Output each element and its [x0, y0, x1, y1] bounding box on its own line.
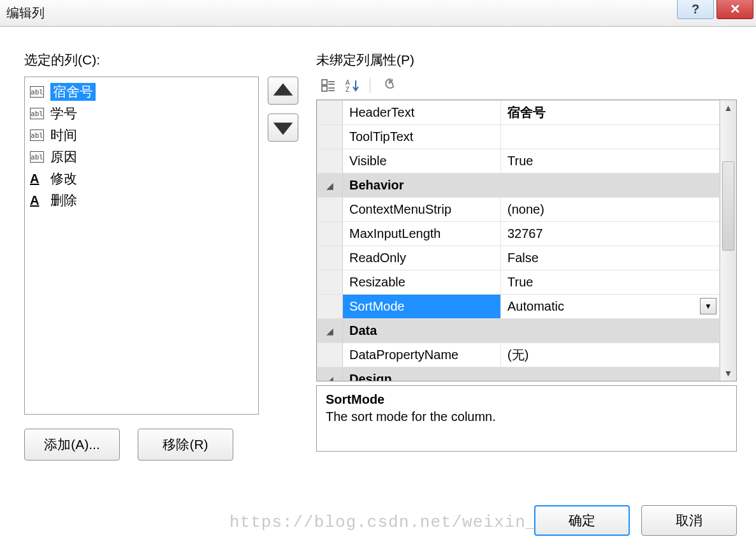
move-up-button[interactable]	[268, 77, 298, 105]
scroll-thumb[interactable]	[722, 161, 734, 251]
property-name[interactable]: ReadOnly	[343, 246, 501, 270]
add-button[interactable]: 添加(A)...	[24, 429, 120, 461]
list-item-label: 原因	[50, 148, 77, 166]
propertygrid-toolbar: AZ	[316, 77, 737, 94]
property-name[interactable]: MaxInputLength	[343, 222, 501, 246]
list-item[interactable]: abl学号	[27, 103, 256, 124]
list-item[interactable]: abl宿舍号	[27, 81, 256, 103]
property-value[interactable]: Automatic▼	[501, 295, 720, 319]
property-row-gutter	[317, 198, 343, 222]
svg-text:Z: Z	[345, 86, 349, 93]
property-row[interactable]: SortModeAutomatic▼	[317, 295, 720, 319]
property-name[interactable]: HeaderText	[343, 101, 501, 125]
property-row-gutter	[317, 222, 343, 246]
property-row-gutter	[317, 295, 343, 319]
property-value[interactable]	[501, 125, 720, 149]
list-item-label: 时间	[50, 126, 77, 144]
list-item-label: 删除	[50, 191, 77, 209]
svg-rect-0	[322, 80, 327, 85]
property-row[interactable]: ToolTipText	[317, 125, 720, 149]
property-description-pane: SortMode The sort mode for the column.	[316, 385, 737, 452]
list-item[interactable]: A修改	[27, 168, 256, 189]
property-pages-icon[interactable]	[378, 77, 397, 94]
list-item[interactable]: A删除	[27, 189, 256, 211]
property-row[interactable]: ReadOnlyFalse	[317, 246, 720, 270]
property-description-title: SortMode	[326, 392, 727, 407]
property-grid[interactable]: HeaderText宿舍号ToolTipTextVisibleTrue◢Beha…	[317, 100, 720, 381]
property-name[interactable]: Visible	[343, 149, 501, 173]
close-button[interactable]: ✕	[716, 0, 753, 19]
property-value[interactable]: True	[501, 149, 720, 173]
property-row[interactable]: ◢Data	[317, 319, 720, 343]
property-value[interactable]: False	[501, 246, 720, 270]
ok-button[interactable]: 确定	[534, 505, 630, 536]
property-row[interactable]: ResizableTrue	[317, 270, 720, 295]
property-name[interactable]: Resizable	[343, 270, 501, 295]
property-value[interactable]: (none)	[501, 198, 720, 222]
cancel-button[interactable]: 取消	[641, 505, 737, 536]
remove-button[interactable]: 移除(R)	[138, 429, 233, 461]
property-row[interactable]: VisibleTrue	[317, 149, 720, 173]
list-item-label: 修改	[50, 170, 77, 188]
category-expander-icon[interactable]: ◢	[317, 367, 343, 381]
list-item[interactable]: abl原因	[27, 146, 256, 168]
textbox-column-icon: abl	[30, 108, 44, 119]
window-title: 编辑列	[6, 4, 45, 22]
svg-rect-1	[322, 86, 327, 91]
list-item[interactable]: abl时间	[27, 124, 256, 146]
category-expander-icon[interactable]: ◢	[317, 319, 343, 343]
category-expander-icon[interactable]: ◢	[317, 173, 343, 198]
textbox-column-icon: abl	[30, 151, 44, 163]
property-row[interactable]: ◢Design	[317, 367, 720, 381]
property-name[interactable]: ContextMenuStrip	[343, 198, 501, 222]
scroll-up-icon[interactable]: ▲	[720, 100, 736, 115]
property-value[interactable]: (无)	[501, 343, 720, 367]
property-row[interactable]: DataPropertyName(无)	[317, 343, 720, 367]
property-name[interactable]: ToolTipText	[343, 125, 501, 149]
property-name[interactable]: DataPropertyName	[343, 343, 501, 367]
property-category[interactable]: Data	[343, 319, 720, 343]
categorized-icon[interactable]	[319, 77, 338, 94]
property-name[interactable]: SortMode	[343, 295, 501, 319]
property-value[interactable]: 32767	[501, 222, 720, 246]
titlebar: 编辑列 ? ✕	[0, 0, 756, 27]
list-item-label: 宿舍号	[50, 83, 96, 101]
property-row[interactable]: ContextMenuStrip(none)	[317, 198, 720, 222]
property-row[interactable]: MaxInputLength32767	[317, 222, 720, 246]
property-category[interactable]: Behavior	[343, 173, 720, 198]
dropdown-caret-icon[interactable]: ▼	[700, 298, 716, 314]
property-value[interactable]: 宿舍号	[501, 101, 720, 125]
property-row-gutter	[317, 149, 343, 173]
textbox-column-icon: abl	[30, 86, 44, 98]
property-row-gutter	[317, 125, 343, 149]
alphabetical-icon[interactable]: AZ	[343, 77, 362, 94]
property-row[interactable]: ◢Behavior	[317, 173, 720, 198]
svg-text:A: A	[345, 79, 350, 86]
property-row-gutter	[317, 246, 343, 270]
propertygrid-scrollbar[interactable]: ▲ ▼	[720, 100, 736, 381]
link-column-icon: A	[30, 193, 44, 208]
property-description-text: The sort mode for the column.	[326, 410, 727, 424]
property-row[interactable]: HeaderText宿舍号	[317, 101, 720, 125]
link-column-icon: A	[30, 172, 44, 186]
move-down-button[interactable]	[268, 114, 298, 142]
textbox-column-icon: abl	[30, 129, 44, 141]
scroll-down-icon[interactable]: ▼	[720, 365, 736, 381]
help-button[interactable]: ?	[677, 0, 714, 19]
property-row-gutter	[317, 101, 343, 125]
property-row-gutter	[317, 270, 343, 295]
columns-listbox[interactable]: abl宿舍号abl学号abl时间abl原因A修改A删除	[24, 77, 259, 415]
list-item-label: 学号	[50, 105, 77, 122]
property-category[interactable]: Design	[343, 367, 720, 381]
property-value[interactable]: True	[501, 270, 720, 295]
selected-columns-label: 选定的列(C):	[24, 51, 298, 69]
property-row-gutter	[317, 343, 343, 367]
properties-label: 未绑定列属性(P)	[316, 51, 737, 69]
